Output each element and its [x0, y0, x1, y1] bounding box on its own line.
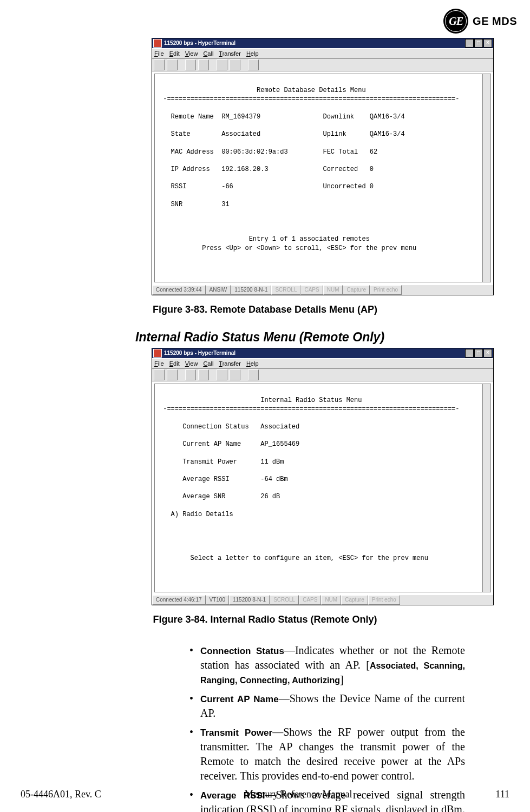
status-scroll: SCROLL	[270, 595, 299, 605]
toolbar-button[interactable]	[167, 369, 178, 380]
menu-help[interactable]: Help	[246, 359, 259, 368]
window-title: 115200 bps - HyperTerminal	[164, 38, 235, 48]
menu-edit[interactable]: Edit	[169, 49, 180, 58]
status-port: 115200 8-N-1	[229, 595, 270, 605]
toolbar-button[interactable]	[154, 369, 165, 380]
status-caps: CAPS	[300, 285, 323, 295]
page-footer: 05-4446A01, Rev. C Mercury Reference Man…	[21, 789, 509, 799]
status-capture: Capture	[341, 595, 368, 605]
status-num: NUM	[321, 595, 341, 605]
statusbar: Connected 4:46:17 VT100 115200 8-N-1 SCR…	[152, 595, 493, 605]
bullet-item: Connection Status—Indicates whether or n…	[200, 643, 465, 687]
maximize-icon[interactable]: □	[474, 39, 483, 48]
hyperterminal-window-2: 115200 bps - HyperTerminal _ □ × File Ed…	[152, 348, 494, 605]
close-icon[interactable]: ×	[483, 349, 492, 358]
toolbar-button[interactable]	[248, 369, 259, 380]
footer-center: Mercury Reference Manual	[101, 789, 496, 799]
status-printecho: Print echo	[368, 595, 400, 605]
minimize-icon[interactable]: _	[465, 349, 474, 358]
menu-transfer[interactable]: Transfer	[219, 49, 241, 58]
toolbar-button[interactable]	[198, 369, 209, 380]
minimize-icon[interactable]: _	[465, 39, 474, 48]
bullet-list: Connection Status—Indicates whether or n…	[179, 643, 465, 812]
bullet-item: Transmit Power—Shows the RF power output…	[200, 725, 465, 783]
scrollbar[interactable]	[482, 384, 490, 592]
brand-text: GE MDS	[473, 16, 517, 27]
menu-transfer[interactable]: Transfer	[219, 359, 241, 368]
figure-caption-1: Figure 3-83. Remote Database Details Men…	[27, 303, 503, 316]
scrollbar[interactable]	[482, 74, 490, 282]
window-title: 115200 bps - HyperTerminal	[164, 348, 235, 358]
ge-badge-icon: GE	[443, 9, 468, 34]
terminal-output: Internal Radio Status Menu -============…	[154, 384, 491, 592]
status-caps: CAPS	[299, 595, 321, 605]
toolbar-button[interactable]	[217, 60, 227, 70]
section-title: Internal Radio Status Menu (Remote Only)	[135, 330, 503, 345]
titlebar: 115200 bps - HyperTerminal _ □ ×	[152, 348, 493, 358]
status-port: 115200 8-N-1	[231, 285, 271, 295]
toolbar-button[interactable]	[185, 369, 196, 380]
footer-right: 111	[495, 789, 509, 799]
status-connection: Connected 4:46:17	[152, 595, 206, 605]
menu-view[interactable]: View	[185, 49, 198, 58]
toolbar-button[interactable]	[154, 60, 165, 70]
menubar: File Edit View Call Transfer Help	[152, 48, 493, 59]
menu-edit[interactable]: Edit	[169, 359, 180, 368]
bullet-term: Current AP Name	[200, 694, 279, 704]
maximize-icon[interactable]: □	[474, 349, 483, 358]
figure-caption-2: Figure 3-84. Internal Radio Status (Remo…	[27, 613, 503, 626]
titlebar: 115200 bps - HyperTerminal _ □ ×	[152, 38, 493, 48]
status-num: NUM	[323, 285, 343, 295]
toolbar-button[interactable]	[230, 60, 240, 70]
bullet-term: Transmit Power	[200, 728, 272, 738]
app-icon	[153, 39, 162, 48]
terminal-output: Remote Database Details Menu -==========…	[154, 74, 491, 282]
brand-logo: GE GE MDS	[443, 9, 517, 34]
bullet-tail: ]	[340, 674, 344, 685]
menu-view[interactable]: View	[185, 359, 198, 368]
status-scroll: SCROLL	[271, 285, 300, 295]
toolbar	[152, 369, 493, 381]
statusbar: Connected 3:39:44 ANSIW 115200 8-N-1 SCR…	[152, 285, 493, 295]
toolbar-button[interactable]	[167, 60, 178, 70]
menu-call[interactable]: Call	[203, 49, 213, 58]
menu-call[interactable]: Call	[203, 359, 213, 368]
menu-help[interactable]: Help	[246, 49, 259, 58]
toolbar	[152, 59, 493, 71]
bullet-item: Current AP Name—Shows the Device Name of…	[200, 691, 465, 721]
toolbar-button[interactable]	[248, 60, 259, 70]
toolbar-button[interactable]	[230, 369, 240, 380]
menu-file[interactable]: File	[154, 359, 164, 368]
app-icon	[153, 349, 162, 358]
hyperterminal-window-1: 115200 bps - HyperTerminal _ □ × File Ed…	[152, 38, 494, 295]
status-emulation: VT100	[206, 595, 229, 605]
menubar: File Edit View Call Transfer Help	[152, 358, 493, 369]
menu-file[interactable]: File	[154, 49, 164, 58]
status-connection: Connected 3:39:44	[152, 285, 206, 295]
close-icon[interactable]: ×	[483, 39, 492, 48]
toolbar-button[interactable]	[185, 60, 196, 70]
status-capture: Capture	[343, 285, 370, 295]
status-printecho: Print echo	[370, 285, 402, 295]
status-emulation: ANSIW	[206, 285, 231, 295]
bullet-term: Connection Status	[200, 646, 284, 656]
toolbar-button[interactable]	[198, 60, 209, 70]
footer-left: 05-4446A01, Rev. C	[21, 789, 101, 799]
toolbar-button[interactable]	[217, 369, 227, 380]
